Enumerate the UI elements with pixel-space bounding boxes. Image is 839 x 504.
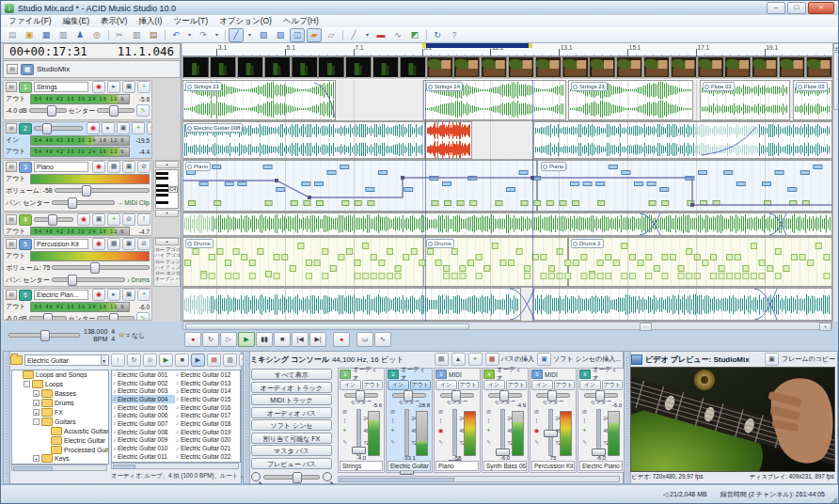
track-name-field[interactable]: Piano bbox=[34, 162, 88, 172]
volume-slider[interactable] bbox=[55, 188, 150, 193]
clip-label[interactable]: Piano bbox=[541, 162, 566, 171]
menu-item[interactable]: ファイル(F) bbox=[3, 16, 57, 27]
mute-button[interactable]: ⊘ bbox=[580, 407, 589, 416]
channel-in-button[interactable]: イン bbox=[340, 380, 361, 390]
clip-label[interactable]: Flute 03 bbox=[796, 82, 828, 91]
track-grab-handle[interactable]: ▤ bbox=[6, 123, 17, 134]
minimize-button[interactable]: – bbox=[767, 2, 785, 14]
tree-item[interactable]: - Guitars bbox=[12, 417, 108, 426]
file-list-item[interactable]: ♪Electric Guitar 007 bbox=[112, 419, 175, 428]
clip-label[interactable]: Piano bbox=[185, 162, 211, 171]
time-signature-numerator[interactable]: 4 bbox=[111, 328, 115, 335]
tree-horizontal-scrollbar[interactable] bbox=[11, 465, 107, 471]
solo-button[interactable]: ! bbox=[137, 213, 150, 226]
mixer-channel[interactable]: 3 MIDI イン アウト センター ⊘ ! ◉ bbox=[434, 368, 481, 473]
folder-tree[interactable]: Loops and Songs - Loops + Basses + bbox=[11, 370, 109, 465]
copy-frame-icon[interactable]: ▣ bbox=[765, 353, 779, 366]
input-routing-button[interactable]: ▸ bbox=[107, 289, 120, 301]
solo-button[interactable]: ! bbox=[484, 417, 493, 425]
line-caret-icon[interactable]: ▾ bbox=[363, 28, 372, 42]
up-one-level-icon[interactable]: ↑ bbox=[111, 354, 125, 367]
properties-icon[interactable]: ♟ bbox=[72, 28, 87, 42]
insert-fx-button[interactable]: + bbox=[388, 426, 397, 434]
track-fx-button[interactable]: ▣ bbox=[92, 213, 105, 226]
resize-grip[interactable]: ◢ bbox=[831, 495, 837, 504]
mixer-view-button[interactable]: オーディオ バス bbox=[251, 407, 332, 418]
mixer-view-button[interactable]: プレビュー バス bbox=[251, 458, 332, 469]
mixer-view-button[interactable]: すべて表示 bbox=[251, 369, 332, 380]
scroll-up-button[interactable]: ▲ bbox=[155, 161, 179, 168]
chevron-down-icon[interactable]: ▾ bbox=[101, 355, 106, 365]
mixer-view-button[interactable]: マスタ バス bbox=[251, 445, 332, 456]
file-list-item[interactable]: ♪Electric Guitar 021 bbox=[175, 444, 238, 452]
file-list-item[interactable]: ♪Electric Guitar 020 bbox=[175, 436, 238, 445]
channel-name[interactable]: Percussion Kit bbox=[531, 461, 575, 471]
draw-caret-icon[interactable]: ▾ bbox=[245, 28, 254, 42]
pan-slider[interactable] bbox=[52, 277, 125, 282]
envelope-edit-button[interactable]: ∿ bbox=[374, 332, 391, 347]
channel-pan-slider[interactable] bbox=[488, 393, 522, 398]
file-list-item[interactable]: ♪Electric Guitar 005 bbox=[112, 403, 175, 412]
mute-button[interactable]: ⊘ bbox=[436, 407, 445, 416]
zoom-in-button[interactable]: + bbox=[819, 323, 831, 331]
mixer-view-button[interactable]: オーディオ トラック bbox=[251, 382, 332, 393]
zoom-in-icon[interactable] bbox=[323, 472, 332, 481]
tree-item[interactable]: Acoustic Guitar bbox=[12, 426, 108, 435]
tree-item[interactable]: + Basses bbox=[12, 389, 108, 399]
menu-item[interactable]: ツール(T) bbox=[167, 16, 214, 27]
undo-icon[interactable]: ↶ bbox=[168, 28, 183, 42]
file-list-item[interactable]: ♪Electric Guitar 022 bbox=[175, 452, 238, 461]
record-arm-button[interactable]: ◉ bbox=[92, 238, 105, 250]
envelope-button[interactable]: ∿ bbox=[532, 437, 541, 446]
mixer-view-button[interactable]: 割り当て可能な FX bbox=[251, 433, 332, 444]
channel-pan-slider[interactable] bbox=[392, 393, 426, 398]
envelope-button[interactable]: ∿ bbox=[580, 437, 589, 446]
tree-expand-icon[interactable]: - bbox=[24, 381, 30, 387]
channel-out-button[interactable]: アウト bbox=[506, 380, 528, 390]
solo-button[interactable]: ! bbox=[532, 417, 541, 425]
volume-slider[interactable] bbox=[52, 265, 150, 270]
pencil-tool-icon[interactable]: ▰ bbox=[307, 28, 322, 42]
channel-name[interactable]: Synth Bass 06 bbox=[483, 461, 527, 471]
record-button[interactable]: ● bbox=[184, 332, 201, 347]
piano-roll-keys-strip[interactable]: ▲ C4 ▼ bbox=[153, 160, 181, 212]
help-icon[interactable]: ? bbox=[447, 28, 462, 42]
file-list-item[interactable]: ♪Electric Guitar 006 bbox=[112, 411, 175, 419]
mixer-view-button[interactable]: ソフト シンセ bbox=[251, 419, 332, 431]
midi-output-device-link[interactable]: ♪ Drums bbox=[127, 276, 150, 283]
channel-pan-slider[interactable] bbox=[584, 393, 618, 398]
scrollbar-thumb[interactable] bbox=[833, 52, 839, 110]
zoom-out-button[interactable]: − bbox=[640, 323, 652, 331]
erase-tool-icon[interactable]: ▬ bbox=[373, 28, 388, 42]
record-arm-button[interactable]: ◉ bbox=[87, 122, 100, 134]
render-icon[interactable]: ▥ bbox=[55, 28, 71, 42]
menu-item[interactable]: 挿入(I) bbox=[133, 16, 167, 27]
mute-button[interactable]: ⊘ bbox=[122, 213, 135, 226]
channel-in-button[interactable]: イン bbox=[435, 380, 457, 390]
track-fx-button[interactable]: ▣ bbox=[122, 81, 135, 93]
redo-icon[interactable]: ↷ bbox=[196, 28, 211, 42]
new-folder-icon[interactable]: ▣ bbox=[143, 354, 157, 367]
track-grab-handle[interactable]: ▤ bbox=[6, 214, 17, 225]
scroll-up-button[interactable]: ▲ bbox=[155, 238, 179, 245]
folder-path-combobox[interactable]: Electric Guitar ▾ bbox=[24, 354, 109, 366]
pan-slider[interactable] bbox=[52, 200, 115, 205]
refresh-icon[interactable]: ↻ bbox=[430, 28, 445, 42]
file-list-item[interactable]: ♪Electric Guitar 010 bbox=[112, 444, 175, 452]
input-routing-button[interactable]: ▸ bbox=[107, 81, 120, 93]
track-name-field[interactable]: Percussion Kit bbox=[34, 239, 88, 249]
tree-item[interactable]: Loops and Songs bbox=[12, 370, 108, 380]
channel-in-button[interactable]: イン bbox=[388, 380, 409, 390]
mixer-zoom-slider[interactable] bbox=[263, 475, 320, 480]
select-box-icon[interactable]: ▱ bbox=[324, 28, 339, 42]
channel-pan-slider[interactable] bbox=[440, 393, 474, 398]
channel-name[interactable]: Piano bbox=[435, 461, 479, 471]
envelope-icon[interactable]: ∿ bbox=[136, 104, 150, 117]
go-to-start-button[interactable]: |◀ bbox=[292, 332, 309, 347]
midi-device-button[interactable]: ▦ bbox=[107, 238, 120, 250]
clip-label[interactable]: Flute 03 bbox=[703, 82, 735, 91]
erase-tool-button[interactable]: ▭ bbox=[356, 332, 373, 347]
line-tool-icon[interactable]: ╱ bbox=[346, 28, 361, 42]
channel-in-button[interactable]: イン bbox=[483, 380, 505, 390]
master-track-header[interactable]: ▤ ▦ StudioMix bbox=[3, 60, 181, 78]
